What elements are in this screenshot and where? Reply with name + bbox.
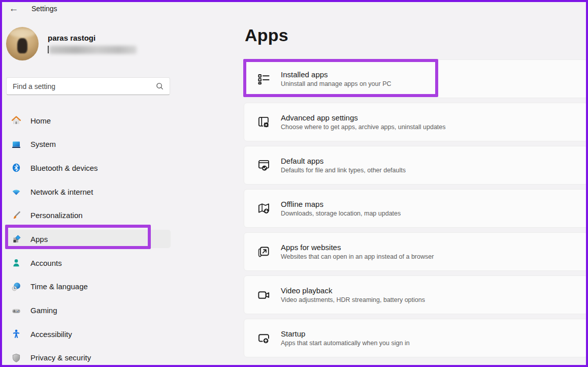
sidebar-nav: HomeSystemBluetooth & devicesNetwork & i… bbox=[6, 111, 171, 367]
page-title: Apps bbox=[245, 25, 288, 45]
card-subtitle: Downloads, storage location, map updates bbox=[281, 210, 401, 217]
apps-icon bbox=[11, 234, 21, 244]
card-title: Advanced app settings bbox=[281, 113, 446, 122]
settings-card-startup[interactable]: StartupApps that start automatically whe… bbox=[244, 319, 588, 357]
sidebar-item-accounts[interactable]: Accounts bbox=[6, 254, 171, 272]
installed-apps-icon bbox=[257, 72, 271, 86]
profile-email-redacted bbox=[48, 46, 49, 53]
sidebar-item-label: System bbox=[30, 140, 56, 148]
default-apps-icon bbox=[257, 159, 271, 172]
sidebar-item-apps[interactable]: Apps bbox=[6, 230, 171, 248]
sidebar-item-home[interactable]: Home bbox=[6, 111, 171, 130]
card-title: Default apps bbox=[281, 157, 406, 165]
system-icon bbox=[11, 139, 21, 149]
card-subtitle: Uninstall and manage apps on your PC bbox=[281, 80, 391, 87]
sidebar-item-label: Personalization bbox=[30, 211, 83, 220]
profile-name: paras rastogi bbox=[48, 34, 95, 42]
card-title: Offline maps bbox=[281, 200, 401, 208]
settings-card-default-apps[interactable]: Default appsDefaults for file and link t… bbox=[244, 146, 588, 185]
settings-card-offline-maps[interactable]: Offline mapsDownloads, storage location,… bbox=[244, 189, 588, 228]
apps-for-websites-icon bbox=[257, 245, 271, 259]
card-subtitle: Apps that start automatically when you s… bbox=[281, 340, 410, 347]
back-arrow-icon[interactable]: ← bbox=[7, 3, 20, 15]
search-placeholder: Find a setting bbox=[13, 82, 156, 90]
sidebar-item-label: Bluetooth & devices bbox=[30, 164, 98, 172]
sidebar-item-time-and-language[interactable]: Time & language bbox=[6, 278, 171, 296]
sidebar-item-bluetooth-and-devices[interactable]: Bluetooth & devices bbox=[6, 159, 171, 177]
accounts-icon bbox=[11, 258, 21, 268]
home-icon bbox=[11, 115, 21, 126]
advanced-app-settings-icon bbox=[257, 115, 271, 129]
bluetooth-icon bbox=[11, 163, 21, 173]
sidebar-item-label: Home bbox=[30, 116, 51, 125]
time-language-icon bbox=[11, 282, 21, 292]
network-icon bbox=[11, 187, 21, 197]
sidebar-item-accessibility[interactable]: Accessibility bbox=[6, 325, 171, 343]
card-subtitle: Video adjustments, HDR streaming, batter… bbox=[281, 296, 425, 303]
sidebar-item-label: Accessibility bbox=[30, 330, 72, 339]
card-subtitle: Websites that can open in an app instead… bbox=[281, 253, 434, 260]
settings-card-installed-apps[interactable]: Installed appsUninstall and manage apps … bbox=[244, 59, 588, 98]
offline-maps-icon bbox=[257, 202, 271, 216]
sidebar-item-network-and-internet[interactable]: Network & internet bbox=[6, 182, 171, 201]
card-subtitle: Choose where to get apps, archive apps, … bbox=[281, 124, 446, 131]
sidebar-item-label: Privacy & security bbox=[30, 353, 91, 362]
sidebar-item-label: Gaming bbox=[30, 306, 57, 315]
personalization-icon bbox=[11, 210, 21, 221]
video-playback-icon bbox=[257, 288, 271, 302]
sidebar-item-personalization[interactable]: Personalization bbox=[6, 206, 171, 225]
privacy-security-icon bbox=[11, 353, 21, 363]
avatar[interactable] bbox=[6, 27, 39, 60]
sidebar-item-label: Time & language bbox=[30, 282, 88, 291]
sidebar-item-privacy-and-security[interactable]: Privacy & security bbox=[6, 349, 171, 367]
card-title: Installed apps bbox=[281, 70, 391, 79]
startup-icon bbox=[257, 331, 271, 345]
card-title: Startup bbox=[281, 329, 410, 338]
window-title: Settings bbox=[31, 5, 57, 13]
settings-card-apps-for-websites[interactable]: Apps for websitesWebsites that can open … bbox=[244, 232, 588, 271]
settings-card-video-playback[interactable]: Video playbackVideo adjustments, HDR str… bbox=[244, 276, 588, 314]
gaming-icon bbox=[11, 305, 21, 316]
search-icon[interactable] bbox=[156, 82, 164, 90]
profile-email-blurred bbox=[49, 46, 137, 54]
sidebar-item-gaming[interactable]: Gaming bbox=[6, 301, 171, 320]
card-subtitle: Defaults for file and link types, other … bbox=[281, 167, 406, 174]
card-title: Video playback bbox=[281, 286, 425, 295]
search-input[interactable]: Find a setting bbox=[6, 77, 170, 95]
card-title: Apps for websites bbox=[281, 243, 434, 252]
settings-card-advanced-app-settings[interactable]: Advanced app settingsChoose where to get… bbox=[244, 103, 588, 141]
sidebar-item-system[interactable]: System bbox=[6, 135, 171, 154]
sidebar-item-label: Apps bbox=[30, 235, 48, 243]
accessibility-icon bbox=[11, 329, 21, 339]
sidebar-item-label: Network & internet bbox=[30, 188, 93, 196]
titlebar: ← Settings bbox=[7, 2, 57, 15]
sidebar-item-label: Accounts bbox=[30, 259, 62, 267]
